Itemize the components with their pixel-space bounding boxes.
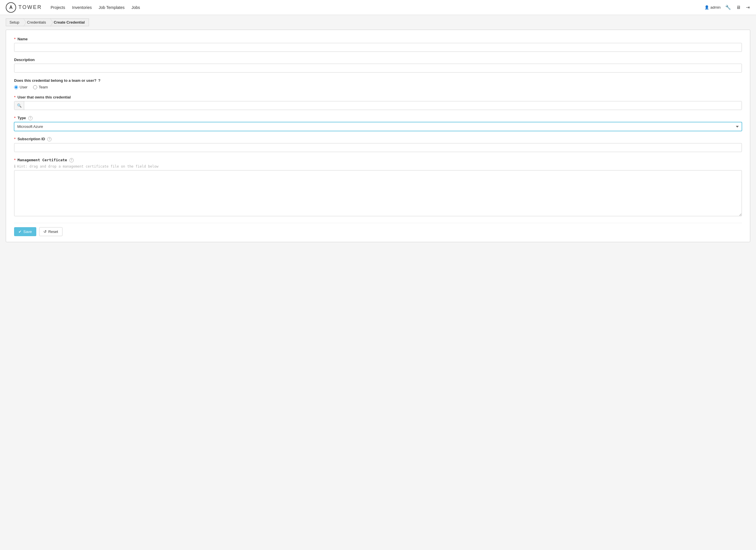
brand-letter: A xyxy=(9,5,13,10)
brand-name: TOWER xyxy=(18,4,42,10)
brand[interactable]: A TOWER xyxy=(6,2,42,13)
user-owner-group: * User that owns this credential 🔍 xyxy=(14,95,742,110)
subscription-required-star: * xyxy=(14,137,16,141)
subscription-help-icon[interactable]: ? xyxy=(47,137,52,141)
navbar-right: 👤 admin 🔧 🖥 ⇥ xyxy=(704,4,750,11)
type-label: * Type ? xyxy=(14,116,742,120)
logout-button[interactable]: ⇥ xyxy=(745,4,750,11)
nav-projects[interactable]: Projects xyxy=(51,5,65,10)
breadcrumb: Setup Credentials Create Credential xyxy=(0,15,756,30)
navbar: A TOWER Projects Inventories Job Templat… xyxy=(0,0,756,15)
type-help-icon[interactable]: ? xyxy=(28,116,33,120)
admin-user: 👤 admin xyxy=(704,5,721,10)
team-radio[interactable] xyxy=(33,85,37,89)
user-icon: 👤 xyxy=(704,5,709,10)
user-owner-input[interactable] xyxy=(24,101,742,110)
type-required-star: * xyxy=(14,116,16,120)
name-input[interactable] xyxy=(14,43,742,52)
management-cert-label: * Management Certificate ? xyxy=(14,158,742,162)
description-group: Description xyxy=(14,58,742,73)
reset-button[interactable]: ↺ Reset xyxy=(39,227,62,236)
type-group: * Type ? Amazon Web Services Google Comp… xyxy=(14,116,742,131)
save-button[interactable]: ✔ Save xyxy=(14,227,36,236)
mgmt-cert-help-icon[interactable]: ? xyxy=(69,158,74,162)
ownership-group: Does this credential belong to a team or… xyxy=(14,78,742,89)
name-group: * Name xyxy=(14,37,742,52)
user-owner-label: * User that owns this credential xyxy=(14,95,742,99)
nav-job-templates[interactable]: Job Templates xyxy=(99,5,125,10)
search-icon: 🔍 xyxy=(17,103,22,108)
main-nav: Projects Inventories Job Templates Jobs xyxy=(51,5,704,10)
description-input[interactable] xyxy=(14,64,742,73)
ownership-help-icon[interactable]: ? xyxy=(98,78,100,83)
breadcrumb-setup[interactable]: Setup xyxy=(6,18,24,26)
ownership-question: Does this credential belong to a team or… xyxy=(14,78,742,83)
team-radio-label[interactable]: Team xyxy=(33,85,48,89)
subscription-id-group: * Subscription ID ? xyxy=(14,137,742,152)
brand-logo: A xyxy=(6,2,16,13)
description-label: Description xyxy=(14,58,742,62)
settings-button[interactable]: 🔧 xyxy=(725,4,732,11)
monitor-button[interactable]: 🖥 xyxy=(736,4,741,11)
user-radio-label[interactable]: User xyxy=(14,85,27,89)
user-owner-search: 🔍 xyxy=(14,101,742,110)
admin-label: admin xyxy=(711,5,721,10)
form-panel: * Name Description Does this credential … xyxy=(6,30,750,242)
management-cert-group: * Management Certificate ? ℹ Hint: drag … xyxy=(14,158,742,217)
subscription-id-input[interactable] xyxy=(14,143,742,152)
mgmt-cert-required-star: * xyxy=(14,158,16,162)
management-cert-textarea[interactable] xyxy=(14,170,742,216)
ownership-radio-group: User Team xyxy=(14,85,742,89)
form-footer: ✔ Save ↺ Reset xyxy=(14,223,742,236)
nav-inventories[interactable]: Inventories xyxy=(72,5,92,10)
mgmt-cert-hint: ℹ Hint: drag and drop a management certi… xyxy=(14,164,742,168)
reset-icon: ↺ xyxy=(43,230,47,234)
nav-jobs[interactable]: Jobs xyxy=(132,5,140,10)
type-select[interactable]: Amazon Web Services Google Compute Engin… xyxy=(14,122,742,131)
name-label: * Name xyxy=(14,37,742,41)
hint-info-icon: ℹ xyxy=(14,164,16,168)
user-search-button[interactable]: 🔍 xyxy=(14,101,24,110)
subscription-id-label: * Subscription ID ? xyxy=(14,137,742,141)
save-icon: ✔ xyxy=(18,230,22,234)
main-content: * Name Description Does this credential … xyxy=(0,30,756,248)
breadcrumb-credentials[interactable]: Credentials xyxy=(23,18,50,26)
user-radio[interactable] xyxy=(14,85,18,89)
breadcrumb-create-credential[interactable]: Create Credential xyxy=(50,18,89,26)
user-owner-required-star: * xyxy=(14,95,16,99)
name-required-star: * xyxy=(14,37,16,41)
